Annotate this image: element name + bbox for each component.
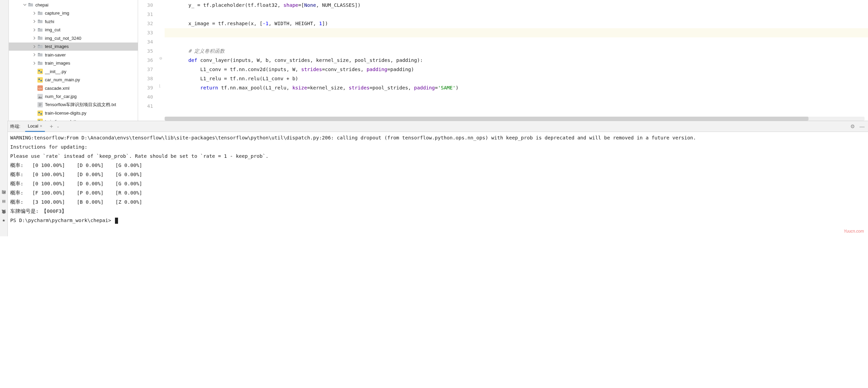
tree-label: Tensorflow车牌识别项目实战文档.txt (45, 102, 116, 108)
tree-folder-test_images[interactable]: test_images (9, 43, 138, 51)
scrollbar-thumb[interactable] (165, 117, 808, 121)
left-tool-strip (0, 0, 9, 121)
tree-folder-train_images[interactable]: train_images (9, 59, 138, 68)
tree-label: cascade.xml (45, 86, 69, 91)
terminal-line: Please use `rate` instead of `keep_prob`… (10, 152, 866, 161)
terminal-line: WARNING:tensorflow:From D:\Anaconda\envs… (10, 133, 866, 142)
svg-point-5 (40, 80, 42, 81)
editor-gutter: 303132333435363738394041 (138, 0, 158, 121)
tree-folder-img_cut_not_3240[interactable]: img_cut_not_3240 (9, 34, 138, 43)
tree-file[interactable]: __init__.py (9, 67, 138, 76)
code-line[interactable]: L1_conv = tf.nn.conv2d(inputs, W, stride… (165, 65, 868, 74)
line-number: 31 (138, 10, 153, 19)
code-line[interactable] (165, 102, 868, 111)
tree-label: capture_img (45, 11, 69, 16)
terminal-line: 概率: [3 100.00%] [B 0.00%] [Z 0.00%] (10, 198, 866, 207)
code-line[interactable]: # 定义卷积函数 (165, 47, 868, 56)
tree-file[interactable]: Tensorflow车牌识别项目实战文档.txt (9, 101, 138, 109)
code-content[interactable]: y_ = tf.placeholder(tf.float32, shape=[N… (165, 0, 868, 121)
chevron-right-icon[interactable] (31, 44, 37, 50)
fold-column[interactable]: ⊖ ⌊ (158, 0, 165, 121)
tree-file[interactable]: train-license-digits.py (9, 109, 138, 118)
star-icon: ★ (2, 218, 5, 223)
terminal-line: 概率: [0 100.00%] [D 0.00%] [G 0.00%] (10, 161, 866, 170)
tree-label: train-saver (45, 52, 66, 57)
line-number: 33 (138, 28, 153, 37)
tree-file[interactable]: num_for_car.jpg (9, 92, 138, 101)
code-line[interactable] (165, 28, 868, 37)
tree-label: train_images (45, 61, 70, 66)
code-line[interactable] (165, 37, 868, 47)
tree-label: test_images (45, 44, 69, 49)
code-line[interactable]: return tf.nn.max_pool(L1_relu, ksize=ker… (165, 83, 868, 92)
tree-folder-fuzhi[interactable]: fuzhi (9, 17, 138, 26)
tree-file[interactable]: train-license-letters.py (9, 117, 138, 121)
add-tab-button[interactable]: + (50, 123, 53, 130)
favorites-tab[interactable]: ★ 收藏夹 (1, 217, 7, 223)
horizontal-scrollbar[interactable] (165, 117, 865, 121)
tree-folder-root[interactable]: chepai (9, 1, 138, 9)
tree-label: img_cut_not_3240 (45, 36, 81, 41)
terminal-line: Instructions for updating: (10, 142, 866, 152)
close-icon[interactable]: × (40, 123, 43, 129)
fold-end-icon[interactable]: ⌊ (159, 84, 161, 88)
chevron-down-icon[interactable] (22, 2, 28, 8)
code-line[interactable] (165, 92, 868, 102)
gear-icon[interactable]: ⚙ (850, 123, 855, 130)
chevron-right-icon[interactable] (31, 10, 37, 16)
tree-label: num_for_car.jpg (45, 94, 77, 99)
code-line[interactable] (165, 10, 868, 19)
chevron-right-icon[interactable] (31, 52, 37, 58)
tree-label: __init__.py (45, 69, 66, 74)
terminal-prompt[interactable]: PS D:\pycharm\pycharm_work\chepai> (10, 216, 866, 225)
tree-file[interactable]: </>cascade.xml (9, 84, 138, 92)
line-number: 36 (138, 56, 153, 65)
structure-icon: ▤ (2, 199, 5, 203)
code-line[interactable]: x_image = tf.reshape(x, [-1, WIDTH, HEIG… (165, 19, 868, 28)
code-line[interactable]: L1_relu = tf.nn.relu(L1_conv + b) (165, 74, 868, 83)
code-line[interactable]: y_ = tf.placeholder(tf.float32, shape=[N… (165, 1, 868, 10)
tree-label: fuzhi (45, 19, 54, 24)
chevron-right-icon[interactable] (31, 60, 37, 66)
terminal-tools: ⚙ — (850, 123, 868, 130)
tree-folder-capture_img[interactable]: capture_img (9, 9, 138, 18)
svg-point-15 (38, 112, 40, 113)
terminal-line: 概率: [0 100.00%] [D 0.00%] [G 0.00%] (10, 170, 866, 179)
line-number: 30 (138, 1, 153, 10)
line-number: 39 (138, 83, 153, 92)
terminal-line: 概率: [0 100.00%] [D 0.00%] [G 0.00%] (10, 179, 866, 188)
tree-label: chepai (35, 2, 48, 7)
svg-point-2 (40, 71, 42, 73)
terminal-line: 概率: [F 100.00%] [P 0.00%] [R 0.00%] (10, 188, 866, 198)
project-tree-sidebar: chepaicapture_imgfuzhiimg_cutimg_cut_not… (9, 0, 138, 121)
fold-marker-icon[interactable]: ⊖ (159, 56, 162, 61)
tree-label: img_cut (45, 27, 61, 32)
terminal-tab-local[interactable]: Local × (25, 121, 45, 132)
line-number: 38 (138, 74, 153, 83)
code-editor[interactable]: 303132333435363738394041 ⊖ ⌊ y_ = tf.pla… (138, 0, 868, 121)
line-number: 37 (138, 65, 153, 74)
left-vertical-tabs: ▤ 结构 ★ 收藏夹 (0, 121, 8, 236)
project-tree[interactable]: chepaicapture_imgfuzhiimg_cutimg_cut_not… (9, 0, 138, 121)
terminal-title: 终端: (10, 123, 20, 130)
tree-folder-img_cut[interactable]: img_cut (9, 26, 138, 34)
minimize-icon[interactable]: — (859, 123, 865, 130)
terminal-output[interactable]: WARNING:tensorflow:From D:\Anaconda\envs… (0, 132, 868, 236)
line-number: 34 (138, 37, 153, 47)
tree-label: train-license-digits.py (45, 111, 86, 116)
structure-tab[interactable]: ▤ 结构 (1, 198, 7, 203)
chevron-right-icon[interactable] (31, 18, 37, 24)
tree-file[interactable]: car_num_main.py (9, 76, 138, 84)
code-line[interactable]: def conv_layer(inputs, W, b, conv_stride… (165, 56, 868, 65)
line-number: 41 (138, 102, 153, 111)
svg-point-4 (38, 79, 40, 80)
chevron-right-icon[interactable] (31, 27, 37, 33)
chevron-right-icon[interactable] (31, 35, 37, 41)
terminal-tab-label: Local (28, 123, 38, 129)
tree-folder-train-saver[interactable]: train-saver (9, 51, 138, 59)
chevron-down-icon[interactable]: ⌄ (56, 124, 60, 129)
terminal-panel: ▤ 结构 ★ 收藏夹 终端: Local × + ⌄ ⚙ — WARNING:t… (0, 121, 868, 236)
svg-point-16 (40, 113, 42, 115)
tree-label: car_num_main.py (45, 77, 80, 82)
svg-rect-3 (37, 77, 43, 83)
